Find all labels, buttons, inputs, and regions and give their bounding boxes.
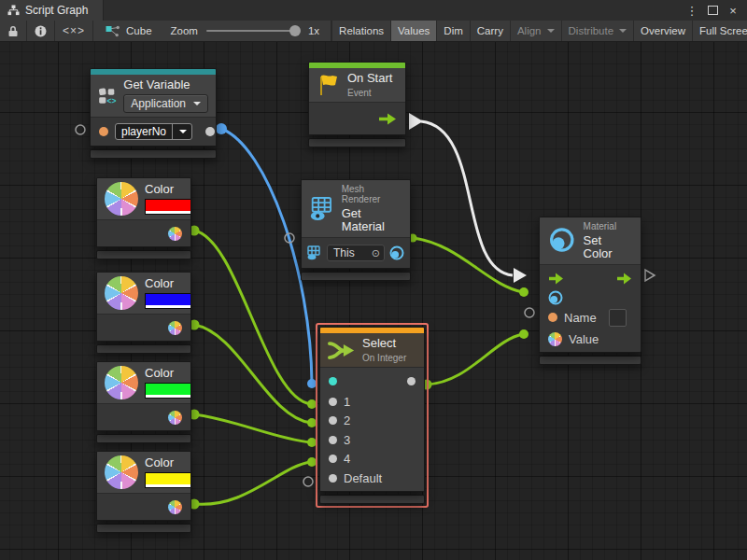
port-value-out[interactable] [205, 127, 215, 136]
color-swatch[interactable] [145, 383, 191, 399]
flag-icon [317, 73, 341, 97]
inspector-button[interactable] [27, 21, 55, 41]
color-swatch[interactable] [145, 293, 191, 309]
graph-tab-icon [7, 5, 20, 16]
variable-icon: <> [98, 81, 117, 111]
port-option-4[interactable] [329, 455, 337, 463]
wire-select-to-value[interactable] [427, 334, 523, 385]
fullscreen-button[interactable]: Full Screen [692, 21, 747, 41]
node-subtitle: Mesh Renderer [342, 184, 402, 204]
graph-toolbar: <×> Cube Zoom 1x Relations Values Dim Ca… [0, 21, 747, 42]
graph-owner: Cube [93, 21, 160, 41]
port-option-2[interactable] [329, 416, 337, 425]
tab-script-graph[interactable]: Script Graph [0, 0, 104, 21]
node-footer [90, 149, 217, 159]
port-color-out[interactable] [168, 500, 182, 514]
node-get-variable[interactable]: <> Get Variable Application playerNo [90, 68, 217, 159]
maximize-icon[interactable] [702, 0, 723, 21]
graph-canvas[interactable]: <> Get Variable Application playerNo [0, 41, 747, 560]
wire-onstart-to-setcolor[interactable] [421, 121, 513, 275]
color-swatch[interactable] [145, 199, 191, 215]
node-color-1[interactable]: Color [96, 177, 191, 259]
lock-icon [7, 25, 19, 37]
zoom-value: 1x [308, 25, 319, 36]
wire-variable-to-select[interactable] [221, 129, 312, 384]
zoom-slider-knob[interactable] [289, 25, 301, 36]
port-material-out[interactable] [389, 245, 404, 260]
values-button[interactable]: Values [390, 21, 436, 41]
node-color-4[interactable]: Color [96, 451, 191, 533]
node-title: Select [362, 337, 406, 350]
port-color-out[interactable] [168, 227, 182, 241]
node-title: Get Variable [123, 78, 208, 91]
color-swatch[interactable] [145, 472, 191, 488]
port-material-in[interactable] [548, 290, 563, 305]
node-footer [301, 272, 411, 281]
port-option-3[interactable] [329, 436, 337, 444]
node-title: Color [145, 367, 191, 380]
variable-scope-dropdown[interactable]: Application [123, 94, 208, 113]
port-option-1[interactable] [329, 398, 337, 406]
port-color-out[interactable] [168, 321, 182, 335]
node-footer [96, 434, 191, 443]
info-icon [35, 25, 47, 37]
wire-color3-to-select[interactable] [194, 414, 311, 442]
carry-button[interactable]: Carry [470, 21, 510, 41]
overview-button[interactable]: Overview [633, 21, 692, 41]
wire-color4-to-select[interactable] [194, 462, 311, 504]
lock-button[interactable] [0, 21, 27, 41]
target-field[interactable]: This ⊙ [327, 245, 385, 261]
wire-color2-to-select[interactable] [194, 325, 311, 423]
window-controls: ⋮ × [682, 0, 747, 21]
dim-button[interactable]: Dim [436, 21, 469, 41]
align-button[interactable]: Align [510, 21, 561, 41]
port-variable-name-in[interactable] [99, 127, 108, 136]
node-footer [319, 495, 425, 504]
node-footer [539, 356, 641, 365]
zoom-slider[interactable] [206, 30, 300, 32]
node-select[interactable]: Select On Integer 1 2 [316, 323, 429, 508]
port-flow-in[interactable] [548, 273, 564, 285]
graph-owner-icon [106, 25, 120, 37]
port-flow-out[interactable] [616, 273, 632, 285]
object-picker-icon[interactable]: ⊙ [368, 247, 384, 259]
wire-endpoint [216, 123, 227, 134]
svg-text:<>: <> [107, 96, 117, 105]
node-footer [96, 250, 191, 259]
chevron-down-icon [179, 130, 187, 133]
color-wheel-icon [105, 182, 138, 216]
zoom-label: Zoom [171, 25, 198, 36]
node-set-color[interactable]: Material Set Color [539, 217, 641, 365]
node-get-material[interactable]: Mesh Renderer Get Material This ⊙ [301, 179, 411, 281]
node-color-3[interactable]: Color [96, 361, 191, 443]
node-on-start[interactable]: On Start Event [308, 62, 406, 147]
chevron-down-icon [547, 29, 555, 33]
node-footer [96, 524, 191, 533]
port-renderer-in[interactable] [307, 245, 322, 260]
tab-title: Script Graph [25, 4, 88, 17]
wire-getmaterial-to-setcolor[interactable] [413, 238, 523, 292]
port-value-in[interactable] [548, 332, 562, 346]
close-icon[interactable]: × [723, 0, 743, 21]
port-selection-out[interactable] [407, 377, 416, 385]
node-title: Color [145, 277, 191, 290]
window-menu-icon[interactable]: ⋮ [682, 0, 702, 21]
node-title: Get Material [342, 207, 402, 233]
port-color-out[interactable] [168, 411, 182, 425]
color-wheel-icon [105, 455, 138, 489]
select-icon [328, 339, 356, 362]
port-flow-out[interactable] [378, 113, 397, 125]
node-subtitle: On Integer [362, 353, 406, 363]
port-name-in[interactable] [548, 313, 557, 322]
name-input[interactable] [609, 309, 627, 327]
port-option-default[interactable] [329, 474, 337, 483]
variable-name-dropdown[interactable]: playerNo [115, 123, 192, 140]
edit-graph-button[interactable]: <×> [55, 21, 93, 41]
relations-button[interactable]: Relations [331, 21, 390, 41]
port-selector-in[interactable] [329, 377, 337, 385]
color-wheel-icon [105, 366, 138, 399]
chevron-down-icon [193, 102, 201, 105]
node-title: Color [145, 456, 191, 469]
node-color-2[interactable]: Color [96, 272, 191, 354]
distribute-button[interactable]: Distribute [561, 21, 634, 41]
